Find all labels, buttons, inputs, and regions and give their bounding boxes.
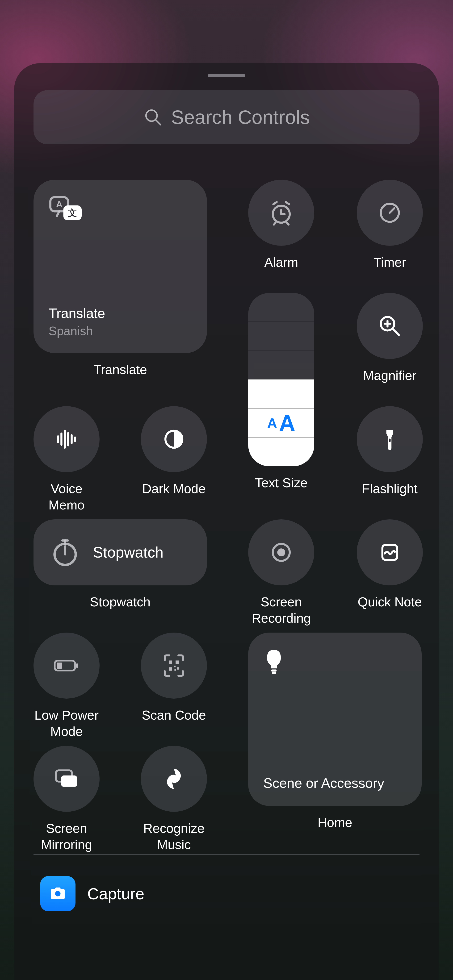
darkmode-cell: Dark Mode: [141, 406, 207, 497]
section-divider: [33, 854, 420, 855]
svg-point-40: [55, 891, 61, 897]
recognizemusic-label: Recognize Music: [143, 820, 204, 853]
scancode-cell: Scan Code: [141, 633, 207, 723]
svg-rect-37: [272, 672, 276, 674]
screenmirroring-label: Screen Mirroring: [41, 820, 92, 853]
svg-rect-39: [61, 775, 77, 787]
flashlight-label: Flashlight: [362, 481, 417, 497]
home-cell: Scene or Accessory Home: [248, 633, 422, 831]
svg-rect-30: [169, 660, 172, 664]
alarm-icon: [267, 199, 295, 227]
recognizemusic-cell: Recognize Music: [141, 746, 207, 853]
control-gallery-panel: Search Controls A 文 Translate Spanish Tr…: [14, 63, 439, 980]
screenrecording-cell: Screen Recording: [248, 519, 314, 627]
voicememo-icon: [53, 425, 81, 453]
lowpower-icon: [53, 651, 81, 680]
search-input[interactable]: Search Controls: [33, 90, 420, 144]
search-placeholder: Search Controls: [171, 106, 310, 128]
svg-text:A: A: [56, 199, 62, 209]
voicememo-label: Voice Memo: [33, 481, 100, 513]
flashlight-icon: [376, 425, 404, 453]
darkmode-icon: [160, 425, 188, 453]
capture-app-label: Capture: [87, 885, 144, 903]
quicknote-icon: [376, 538, 404, 566]
sheet-grabber[interactable]: [207, 74, 246, 77]
stopwatch-label: Stopwatch: [90, 594, 150, 610]
camera-icon: [48, 884, 67, 904]
darkmode-button[interactable]: [141, 406, 207, 472]
translate-tile[interactable]: A 文 Translate Spanish: [33, 180, 207, 353]
scancode-button[interactable]: [141, 633, 207, 698]
alarm-button[interactable]: [248, 180, 314, 246]
screenrecording-button[interactable]: [248, 519, 314, 585]
svg-rect-19: [389, 439, 391, 442]
scancode-label: Scan Code: [142, 707, 206, 723]
svg-rect-34: [177, 667, 179, 670]
app-capture-row[interactable]: Capture: [40, 876, 413, 912]
svg-line-9: [392, 329, 399, 335]
magnifier-cell: Magnifier: [357, 293, 423, 384]
stopwatch-cell: Stopwatch Stopwatch: [33, 519, 207, 610]
translate-icon: A 文: [49, 195, 84, 224]
screenmirroring-button[interactable]: [33, 746, 100, 812]
recognizemusic-icon: [160, 765, 188, 793]
svg-rect-29: [57, 663, 62, 669]
translate-tile-title: Translate: [49, 305, 192, 321]
capture-app-icon: [40, 876, 75, 912]
timer-cell: Timer: [357, 180, 423, 270]
lowpower-button[interactable]: [33, 633, 100, 698]
svg-text:文: 文: [68, 208, 77, 218]
translate-label: Translate: [93, 361, 147, 378]
search-icon: [143, 107, 163, 127]
svg-rect-33: [174, 666, 175, 667]
translate-cell: A 文 Translate Spanish Translate: [33, 180, 207, 378]
flashlight-cell: Flashlight: [357, 406, 423, 497]
alarm-label: Alarm: [264, 254, 298, 270]
screenrecording-label: Screen Recording: [252, 594, 311, 627]
stopwatch-tile[interactable]: Stopwatch: [33, 519, 207, 585]
recognizemusic-button[interactable]: [141, 746, 207, 812]
lowpower-label: Low Power Mode: [34, 707, 99, 740]
home-tile[interactable]: Scene or Accessory: [248, 633, 422, 806]
translate-tile-subtitle: Spanish: [49, 324, 192, 338]
quicknote-cell: Quick Note: [357, 519, 423, 610]
screenmirroring-cell: Screen Mirroring: [33, 746, 100, 853]
magnifier-button[interactable]: [357, 293, 423, 359]
timer-button[interactable]: [357, 180, 423, 246]
stopwatch-icon: [49, 536, 81, 569]
svg-rect-36: [271, 669, 277, 671]
svg-rect-32: [169, 667, 172, 671]
magnifier-label: Magnifier: [363, 368, 416, 384]
home-label: Home: [317, 815, 352, 831]
lightbulb-icon: [263, 648, 284, 677]
voicememo-button[interactable]: [33, 406, 100, 472]
timer-icon: [376, 199, 404, 227]
flashlight-button[interactable]: [357, 406, 423, 472]
quicknote-label: Quick Note: [358, 594, 422, 610]
stopwatch-tile-label: Stopwatch: [93, 544, 164, 561]
textsize-cell: AA Text Size: [248, 293, 314, 491]
screenrecording-icon: [267, 538, 295, 566]
screenmirroring-icon: [53, 765, 81, 793]
scancode-icon: [160, 651, 188, 680]
darkmode-label: Dark Mode: [142, 481, 206, 497]
svg-rect-28: [76, 663, 78, 668]
svg-rect-31: [175, 660, 179, 664]
textsize-label: Text Size: [255, 475, 308, 491]
textsize-slider[interactable]: AA: [248, 293, 314, 466]
voicememo-cell: Voice Memo: [33, 406, 100, 513]
alarm-cell: Alarm: [248, 180, 314, 270]
home-tile-label: Scene or Accessory: [263, 775, 407, 791]
timer-label: Timer: [373, 254, 406, 270]
controls-grid: A 文 Translate Spanish Translate: [33, 180, 420, 854]
magnifier-icon: [376, 312, 404, 340]
quicknote-button[interactable]: [357, 519, 423, 585]
svg-rect-35: [174, 669, 176, 671]
textsize-icon: AA: [248, 408, 314, 437]
svg-line-1: [156, 120, 161, 125]
svg-point-25: [277, 548, 285, 557]
lowpower-cell: Low Power Mode: [33, 633, 100, 740]
